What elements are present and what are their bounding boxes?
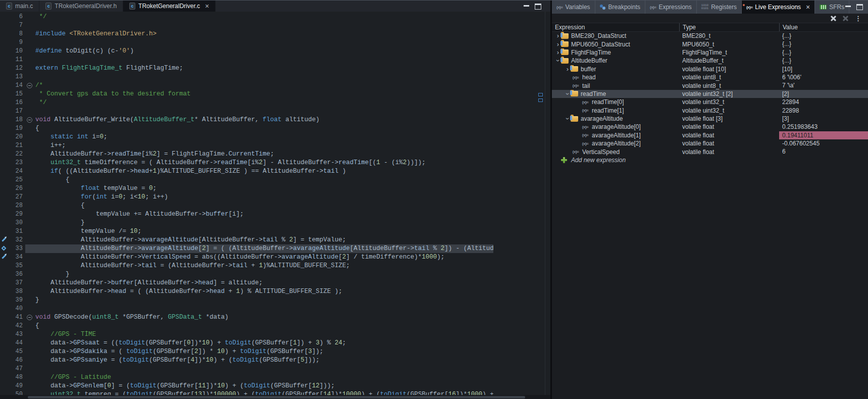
expression-row[interactable]: ›avarageAltitudevolatile float [3][3]: [552, 115, 868, 123]
panel-tab-label: SFRs: [829, 4, 844, 11]
expression-name: tail: [582, 82, 590, 89]
expression-row[interactable]: ›(x)=VerticalSpeedvolatile float6: [552, 147, 868, 156]
expression-row[interactable]: ›readTimevolatile uint32_t [2][2]: [552, 90, 868, 98]
expression-name: readTime[0]: [592, 98, 624, 106]
breakpoints-icon: [600, 4, 606, 10]
code-text: /*: [35, 81, 493, 90]
column-header-type[interactable]: Type: [679, 23, 779, 31]
code-line: 21 i++;: [0, 141, 550, 150]
code-line: 22 AltitudeBuffer->readTime[i%2] = Fligh…: [0, 150, 550, 159]
code-line: 32 AltitudeBuffer->avarageAltitude[Altit…: [0, 236, 550, 244]
editor-tab-TRoketGeneralDriver.h[interactable]: cTRoketGeneralDriver.h: [39, 1, 123, 12]
line-number: 13: [0, 73, 25, 81]
code-text: for(int i=0; i<10; i++): [35, 193, 493, 202]
view-menu-icon[interactable]: ⋮: [855, 16, 861, 21]
panel-tab-expressions[interactable]: (x)=Expressions: [645, 1, 697, 14]
code-text: data->GPSsaat = ((toDigit(GPSBuffer[0])*…: [35, 339, 493, 347]
expression-row[interactable]: ›buffervolatile float [10][10]: [552, 65, 868, 73]
line-number: 6: [0, 13, 25, 21]
expression-row[interactable]: ›BME280_DataStructBME280_t{...}: [552, 32, 868, 40]
value-cell: 22894: [779, 98, 868, 106]
maximize-icon[interactable]: [856, 4, 863, 10]
expression-group-icon: [561, 49, 569, 55]
type-cell: FlightFlagTime_t: [679, 49, 779, 56]
code-text: data->GPSdakika = ( toDigit(GPSBuffer[2]…: [35, 347, 493, 356]
expression-row[interactable]: ›FlightFlagTimeFlightFlagTime_t{...}: [552, 48, 868, 57]
expression-cell: ›(x)=readTime[1]: [552, 107, 679, 115]
expression-name: avarageAltitude[1]: [592, 132, 641, 139]
type-cell: volatile uint32_t [2]: [679, 90, 779, 97]
line-number: 25: [0, 176, 25, 184]
variable-icon: (x)=: [580, 141, 590, 146]
code-line: 9: [0, 38, 550, 47]
line-number: 16: [0, 98, 25, 107]
variable-icon: (x)=: [571, 149, 581, 154]
code-line: 10#define toDigit(c) (c-'0'): [0, 47, 550, 56]
variable-icon: (x)=: [580, 108, 590, 113]
code-line: 8#include <TRoketGeneralDriver.h>: [0, 30, 550, 38]
line-number: 46: [0, 356, 25, 365]
editor-tab-main.c[interactable]: cmain.c: [0, 1, 39, 12]
c-file-icon: c: [6, 3, 12, 10]
expression-row[interactable]: ›(x)=readTime[0]volatile uint32_t22894: [552, 98, 868, 106]
code-line: 45 data->GPSdakika = ( toDigit(GPSBuffer…: [0, 347, 550, 356]
type-cell: volatile float [10]: [679, 66, 779, 73]
changed-value-cell: 0.19411011: [779, 131, 868, 139]
fold-collapse-icon[interactable]: [27, 83, 32, 88]
minimize-icon[interactable]: [523, 3, 530, 10]
registers-icon: 10100101: [701, 4, 708, 10]
tree-column-headers: Expression Type Value: [552, 23, 868, 32]
add-new-expression-row[interactable]: Add new expression: [552, 156, 868, 164]
code-text: [35, 73, 493, 81]
expression-row[interactable]: ›(x)=avarageAltitude[2]volatile float-0.…: [552, 139, 868, 147]
panel-tab-live-expressions[interactable]: (x)=Live Expressions×: [742, 1, 815, 14]
code-line: 33 AltitudeBuffer->avarageAltitude[2] = …: [0, 244, 550, 253]
line-number: 18: [0, 116, 25, 124]
expression-row[interactable]: ›(x)=headvolatile uint8_t6 '\006': [552, 73, 868, 81]
horizontal-scrollbar[interactable]: [0, 395, 550, 399]
code-line: 19{: [0, 124, 550, 133]
fold-collapse-icon[interactable]: [27, 117, 32, 123]
code-text: AltitudeBuffer->avarageAltitude[2] = ( (…: [35, 244, 493, 253]
remove-all-expressions-icon[interactable]: [843, 16, 848, 21]
code-text: data->GPSenlem[0] = (toDigit(GPSBuffer[1…: [35, 382, 493, 390]
line-number: 28: [0, 202, 25, 210]
maximize-icon[interactable]: [535, 4, 541, 10]
expression-row[interactable]: ›AltitudeBufferAltitudeBuffer_t{...}: [552, 57, 868, 65]
code-text: AltitudeBuffer->avarageAltitude[Altitude…: [35, 236, 493, 244]
editor-tab-TRoketGeneralDriver.c[interactable]: cTRoketGeneralDriver.c×: [123, 1, 216, 12]
remove-expression-icon[interactable]: [831, 16, 836, 21]
panel-tab-breakpoints[interactable]: Breakpoints: [595, 1, 645, 14]
panel-tab-registers[interactable]: 10100101Registers: [697, 1, 742, 14]
expression-row[interactable]: ›(x)=avarageAltitude[1]volatile float0.1…: [552, 131, 868, 139]
editor-ruler-line: [545, 12, 545, 395]
editor-tab-label: TRoketGeneralDriver.h: [55, 3, 117, 10]
code-line: 36 }: [0, 270, 550, 279]
horizontal-scrollbar-thumb[interactable]: [28, 396, 525, 398]
type-cell: volatile uint32_t: [679, 98, 779, 106]
expression-row[interactable]: ›(x)=readTime[1]volatile uint32_t22898: [552, 107, 868, 115]
column-header-expression[interactable]: Expression: [552, 23, 679, 31]
code-line: 35 AltitudeBuffer->tail = (AltitudeBuffe…: [0, 262, 550, 270]
fold-collapse-icon[interactable]: [27, 315, 32, 320]
line-number: 34: [0, 253, 25, 262]
value-cell: [3]: [779, 115, 868, 123]
line-number: 30: [0, 219, 25, 227]
expression-row[interactable]: ›(x)=tailvolatile uint8_t7 '\a': [552, 81, 868, 89]
line-number: 45: [0, 347, 25, 356]
column-header-value[interactable]: Value: [779, 23, 868, 31]
expression-row[interactable]: ›MPU6050_DataStructMPU6050_t{...}: [552, 40, 868, 48]
close-icon[interactable]: ×: [205, 3, 209, 9]
editor-tab-bar: cmain.ccTRoketGeneralDriver.hcTRoketGene…: [0, 1, 550, 12]
expression-name: MPU6050_DataStruct: [571, 41, 630, 48]
expression-row[interactable]: ›(x)=avarageAltitude[0]volatile float0.2…: [552, 123, 868, 131]
code-line: 40: [0, 305, 550, 313]
code-line: 11: [0, 56, 550, 64]
code-line: 30 }: [0, 219, 550, 227]
expressions-toolbar: ⋮: [552, 14, 868, 23]
line-number: 33: [0, 244, 25, 253]
panel-tab-variables[interactable]: (x)=Variables: [552, 1, 595, 14]
minimize-icon[interactable]: [845, 4, 851, 10]
close-icon[interactable]: ×: [806, 5, 810, 10]
code-editor[interactable]: 6 */78#include <TRoketGeneralDriver.h>91…: [0, 12, 550, 395]
